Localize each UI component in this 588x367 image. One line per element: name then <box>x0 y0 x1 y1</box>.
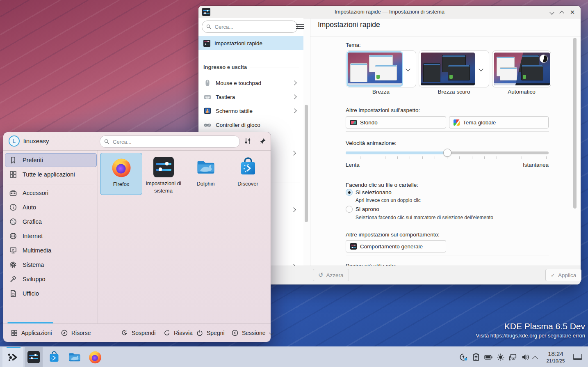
hammer-icon <box>9 275 17 283</box>
settings-content: Tema: <box>310 36 581 266</box>
task-firefox[interactable] <box>86 347 104 367</box>
kickoff-icon <box>7 351 19 363</box>
suspend-button[interactable]: z Sospendi <box>121 323 155 342</box>
configure-icon[interactable] <box>244 137 252 145</box>
sidebar-item-help[interactable]: Aiuto <box>5 200 97 214</box>
sidebar-item-keyboard[interactable]: Tastiera <box>198 90 303 104</box>
system-settings-icon <box>153 157 174 177</box>
separator <box>346 255 549 255</box>
minimize-button[interactable] <box>549 9 555 16</box>
app-tile-system-settings[interactable]: Impostazioni di sistema <box>142 153 185 195</box>
launcher-footer: Applicazioni Risorse z Sospendi Riavvia … <box>3 323 271 342</box>
sidebar-item-internet[interactable]: Internet <box>5 229 97 243</box>
mouse-icon <box>203 79 212 87</box>
wallpaper-button[interactable]: Sfondo <box>346 116 446 128</box>
app-tile-dolphin[interactable]: Dolphin <box>185 153 227 195</box>
battery-icon[interactable] <box>484 353 493 362</box>
pin-icon[interactable] <box>258 137 267 145</box>
sidebar-item-all-applications[interactable]: Tutte le applicazioni <box>5 167 97 181</box>
theme-label: Tema: <box>346 42 361 48</box>
theme-dropdown-button[interactable] <box>402 67 414 71</box>
show-desktop-icon[interactable] <box>573 354 582 360</box>
session-button[interactable]: Sessione <box>231 323 273 342</box>
chevron-right-icon <box>292 94 296 99</box>
discover-icon <box>237 156 259 178</box>
sidebar-item-mouse[interactable]: Mouse e touchpad <box>198 76 303 90</box>
globe-icon <box>9 232 17 240</box>
radio-open-files[interactable] <box>346 206 353 213</box>
network-icon[interactable] <box>508 353 517 362</box>
plasma-version-text: KDE Plasma 6.5 Dev <box>476 321 585 331</box>
tab-places[interactable]: Risorse <box>61 323 91 342</box>
discover-icon <box>48 351 61 364</box>
launcher-search-input[interactable] <box>112 138 235 145</box>
theme-card-automatic[interactable] <box>492 50 551 87</box>
radio-select-label[interactable]: Si selezionano <box>356 189 392 195</box>
search-icon <box>206 24 212 30</box>
content-scrollbar[interactable] <box>573 38 577 209</box>
sidebar-item-accessories[interactable]: Accessori <box>5 186 97 200</box>
keyboard-icon <box>203 93 212 101</box>
sidebar-item-system[interactable]: Sistema <box>5 258 97 272</box>
firefox-icon <box>88 350 102 364</box>
clock-widget[interactable]: 18:24 21/10/25 <box>543 351 568 363</box>
tray-expand-icon[interactable] <box>533 355 537 362</box>
global-theme-button[interactable]: Tema globale <box>449 116 549 128</box>
monitor-icon <box>350 120 357 125</box>
shutdown-button[interactable]: Spegni <box>196 323 225 342</box>
launcher-button[interactable] <box>2 347 23 367</box>
settings-search[interactable] <box>202 21 298 33</box>
slider-handle[interactable] <box>443 149 451 157</box>
graphics-icon <box>9 218 17 226</box>
radio-open-label[interactable]: Si aprono <box>356 206 379 212</box>
system-settings-icon <box>27 351 40 363</box>
avatar[interactable]: L <box>9 135 20 147</box>
volume-icon[interactable] <box>521 353 530 362</box>
reset-button[interactable]: ↺ Azzera <box>313 269 349 281</box>
updates-icon[interactable] <box>459 353 468 362</box>
tab-applications[interactable]: Applicazioni <box>11 323 52 342</box>
app-tile-discover[interactable]: Discover <box>227 153 269 195</box>
sidebar-item-graphics[interactable]: Grafica <box>5 215 97 229</box>
sidebar-item-touchscreen[interactable]: Schermo tattile <box>198 104 303 118</box>
theme-card-breeze[interactable] <box>346 50 416 87</box>
sidebar-item-office[interactable]: Ufficio <box>5 287 97 300</box>
maximize-button[interactable] <box>558 9 565 16</box>
sidebar-item-development[interactable]: Sviluppo <box>5 272 97 286</box>
sidebar-item-multimedia[interactable]: Multimedia <box>5 243 97 257</box>
taskbar: 18:24 21/10/25 <box>0 346 588 367</box>
titlebar[interactable]: Impostazioni rapide — Impostazioni di si… <box>198 6 581 18</box>
gear-icon <box>9 261 17 269</box>
brightness-icon[interactable] <box>496 353 505 362</box>
task-discover[interactable] <box>45 347 63 367</box>
settings-search-input[interactable] <box>214 23 293 30</box>
slider-ticks <box>348 156 547 159</box>
clipboard-icon[interactable] <box>472 353 481 362</box>
sidebar-item-quick-settings[interactable]: Impostazioni rapide <box>198 36 303 50</box>
animation-speed-slider[interactable] <box>346 151 549 154</box>
behavior-icon <box>350 243 357 250</box>
task-dolphin[interactable] <box>66 347 84 367</box>
username: linuxeasy <box>23 138 49 145</box>
launcher-search[interactable] <box>100 135 240 148</box>
multimedia-icon <box>9 246 17 255</box>
sidebar-scrollbar[interactable] <box>305 105 308 222</box>
toolbox-icon <box>9 189 17 197</box>
theme-name: Brezza scuro <box>419 89 489 95</box>
theme-name: Automatico <box>492 89 551 95</box>
sidebar-item-favorites[interactable]: Preferiti <box>5 153 97 167</box>
radio-select-files[interactable] <box>346 189 353 196</box>
restart-button[interactable]: Riavvia <box>163 323 193 342</box>
hamburger-icon[interactable] <box>296 23 304 30</box>
info-icon <box>9 203 17 211</box>
app-tile-firefox[interactable]: Firefox <box>100 153 142 195</box>
general-behavior-button[interactable]: Comportamento generale <box>346 240 446 252</box>
sidebar-item-game-controller[interactable]: Controller di gioco <box>198 118 303 132</box>
theme-dropdown-button[interactable] <box>475 67 487 71</box>
theme-card-breeze-dark[interactable] <box>419 50 489 87</box>
close-button[interactable]: ✕ <box>569 9 576 16</box>
theme-preview-dark <box>421 53 475 85</box>
task-system-settings[interactable] <box>25 347 43 367</box>
app-label: Impostazioni di sistema <box>142 180 185 194</box>
apply-button[interactable]: ✓ Applica <box>545 269 581 281</box>
